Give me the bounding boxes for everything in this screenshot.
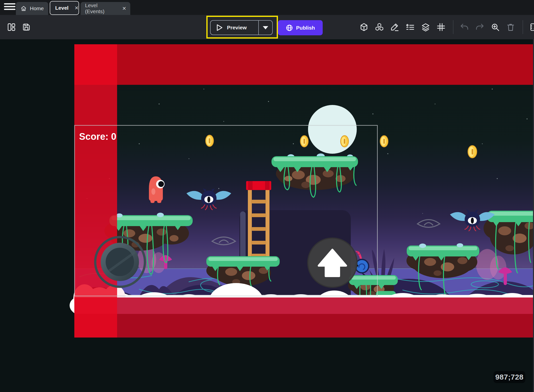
- globe-icon: [286, 24, 293, 32]
- tab-level-events-label: Level (Events): [85, 2, 116, 14]
- game-scene: Score: 0: [0, 39, 534, 392]
- chevron-down-icon: [263, 26, 268, 29]
- tab-level[interactable]: Level ✕: [50, 1, 79, 15]
- play-icon: [217, 24, 223, 31]
- object-cube-icon[interactable]: [359, 23, 368, 32]
- save-icon[interactable]: [22, 23, 31, 32]
- menu-icon[interactable]: [4, 3, 15, 12]
- preview-button[interactable]: Preview: [210, 20, 273, 35]
- trash-icon[interactable]: [506, 23, 515, 32]
- scene-canvas[interactable]: Score: 0 987;728: [0, 39, 534, 392]
- grid-icon[interactable]: [437, 23, 445, 32]
- score-text[interactable]: Score: 0: [79, 131, 116, 142]
- editor-toolbar: Preview Publish: [0, 15, 534, 39]
- preview-dropdown-button[interactable]: [258, 21, 272, 35]
- object-groups-icon[interactable]: [406, 23, 415, 32]
- home-icon: [20, 5, 27, 12]
- redo-icon[interactable]: [475, 23, 484, 32]
- project-notes-icon[interactable]: [530, 23, 534, 32]
- red-wall-left[interactable]: [74, 44, 117, 338]
- tab-level-label: Level: [55, 5, 69, 11]
- publish-label: Publish: [296, 25, 315, 31]
- jump-button[interactable]: [308, 238, 357, 287]
- toolbar-divider: [453, 20, 453, 34]
- coin[interactable]: [468, 146, 477, 158]
- coin[interactable]: [380, 136, 388, 147]
- moon: [308, 105, 357, 154]
- tab-level-events[interactable]: Level (Events) ✕: [81, 2, 130, 15]
- undo-icon[interactable]: [460, 23, 469, 32]
- red-wall-top[interactable]: [74, 44, 534, 85]
- red-floor-crimson[interactable]: [74, 297, 534, 314]
- coin[interactable]: [300, 136, 308, 147]
- player-character[interactable]: [149, 176, 165, 203]
- toolbar-divider: [523, 20, 523, 34]
- coin[interactable]: [341, 136, 349, 147]
- red-floor-dark[interactable]: [74, 314, 534, 338]
- joystick-control[interactable]: [95, 237, 145, 287]
- publish-button[interactable]: Publish: [278, 20, 323, 35]
- preview-label: Preview: [227, 25, 247, 31]
- mouse-coordinates-badge: 987;728: [493, 371, 525, 383]
- pencil-icon[interactable]: [390, 23, 399, 32]
- tab-home[interactable]: Home: [16, 2, 48, 15]
- layout-icon[interactable]: [7, 23, 16, 32]
- tab-bar: Home Level ✕ Level (Events) ✕: [0, 0, 534, 15]
- tab-home-label: Home: [30, 5, 44, 11]
- layers-icon[interactable]: [421, 23, 430, 32]
- window-edge: [533, 39, 534, 392]
- scene-tools: [359, 15, 534, 39]
- zoom-in-icon[interactable]: [491, 23, 500, 32]
- instances-icon[interactable]: [375, 23, 384, 32]
- coin[interactable]: [206, 135, 214, 147]
- close-icon[interactable]: ✕: [118, 5, 130, 11]
